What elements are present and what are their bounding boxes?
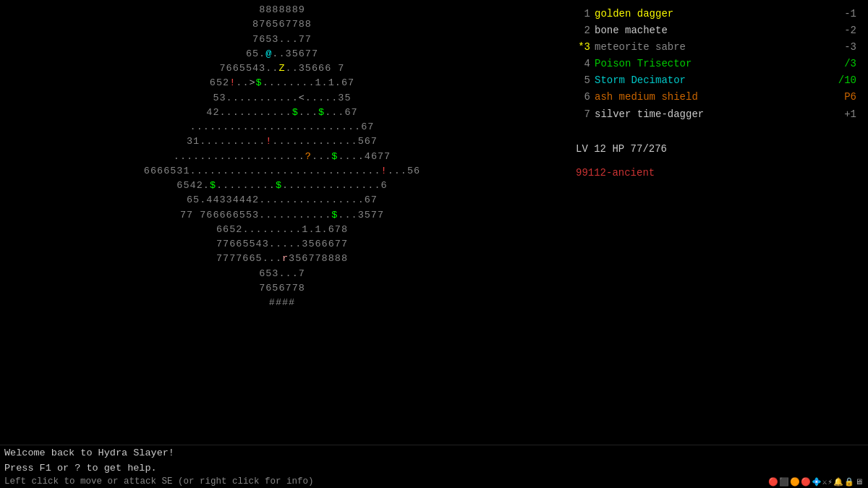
hash-char: # [269, 297, 276, 308]
map-line: 7653...77 [252, 33, 312, 47]
status-line1: Welcome back to Hydra Slayer! [4, 446, 864, 461]
r-char: r [282, 253, 289, 264]
status-line3[interactable]: Left click to move or attack SE (or righ… [4, 476, 314, 487]
map-line: 7665543..Z..35666 7 [220, 61, 345, 76]
inv-item-name: Storm Decimator [595, 72, 825, 89]
stair-down-char: > [249, 77, 255, 88]
map-line: 6542.$.........$...............6 [176, 179, 387, 193]
status-bar: Welcome back to Hydra Slayer! Press F1 o… [0, 445, 868, 488]
dollar-char: $ [276, 180, 282, 191]
inv-item-num: 4 [576, 56, 590, 72]
inv-item-name: bone machete [595, 22, 825, 39]
inv-item-num: *3 [576, 39, 590, 56]
inventory-item[interactable]: 5Storm Decimator/10 [576, 72, 856, 89]
hash-char: # [289, 297, 295, 308]
exclaim-char: ! [265, 136, 272, 147]
hash-char: # [282, 297, 289, 308]
inv-item-num: 7 [576, 106, 590, 123]
map-line: 42...........$...$...67 [206, 106, 357, 120]
inventory-item[interactable]: 1golden dagger-1 [576, 6, 856, 22]
taskbar-icons: 🔴⬛🟠🔴💠⚔️⚡🔔🔒🖥 [768, 477, 864, 487]
dollar-char: $ [318, 107, 325, 118]
inventory-item[interactable]: 4Poison Trisector/3 [576, 56, 856, 72]
map-line: 53...........<.....35 [213, 91, 351, 106]
dollar-char: $ [292, 107, 299, 118]
map-line: 77 766666553...........$...3577 [180, 208, 384, 223]
game-map[interactable]: 88888898765677887653...7765.@..356777665… [0, 0, 564, 463]
map-line: 876567788 [252, 17, 312, 32]
inv-item-name: ash medium shield [595, 89, 825, 106]
exclaim-char: ! [229, 77, 236, 88]
map-line: ..........................67 [190, 120, 375, 134]
inv-item-val: +1 [830, 106, 856, 123]
exclaim-char: ! [381, 166, 388, 176]
question-char: ? [305, 151, 312, 162]
zombie-char: Z [278, 63, 285, 74]
inventory-item[interactable]: 7silver time-dagger+1 [576, 106, 856, 123]
map-line: 31..........!.............567 [187, 134, 378, 149]
inventory-list: 1golden dagger-12bone machete-2*3meteori… [576, 6, 856, 123]
inv-item-name: golden dagger [595, 6, 825, 22]
map-line: 77665543.....3566677 [216, 237, 348, 252]
dollar-char: $ [331, 151, 338, 162]
map-line: 65.@..35677 [246, 47, 318, 61]
inv-item-val: P6 [830, 89, 856, 106]
hash-char: # [276, 297, 282, 308]
inv-item-name: Poison Trisector [595, 56, 825, 72]
inv-item-num: 6 [576, 89, 590, 106]
map-line: 652!..>$........1.1.67 [210, 76, 354, 90]
inv-item-val: -3 [830, 39, 856, 56]
map-line: 7656778 [259, 281, 305, 296]
inv-item-val: -1 [830, 6, 856, 22]
dollar-char: $ [210, 180, 216, 191]
stair-up-char: < [299, 93, 305, 103]
map-line: 65.44334442................67 [187, 193, 378, 207]
map-line: 6666531.............................!...… [144, 164, 420, 179]
inv-item-num: 1 [576, 6, 590, 22]
map-line: 7777665...r356778888 [216, 252, 348, 266]
inventory-item[interactable]: 6ash medium shieldP6 [576, 89, 856, 106]
ancient-id: 99112-ancient [576, 167, 856, 179]
inventory-item[interactable]: 2bone machete-2 [576, 22, 856, 39]
inv-item-name: silver time-dagger [595, 106, 825, 123]
inv-item-val: /3 [830, 56, 856, 72]
inventory-item[interactable]: *3meteorite sabre-3 [576, 39, 856, 56]
dollar-char: $ [331, 210, 338, 221]
inv-item-val: -2 [830, 22, 856, 39]
player-char: @ [265, 48, 272, 59]
inv-item-name: meteorite sabre [595, 39, 825, 56]
stats-display: LV 12 HP 77/276 [576, 140, 856, 158]
map-line: ....................?...$....4677 [174, 150, 391, 164]
sidebar: 1golden dagger-12bone machete-2*3meteori… [564, 0, 868, 463]
inv-item-num: 5 [576, 72, 590, 89]
inv-item-val: /10 [830, 72, 856, 89]
map-line: 8888889 [259, 3, 305, 17]
dollar-char: $ [256, 77, 263, 88]
map-line: 653...7 [259, 267, 305, 281]
inv-item-num: 2 [576, 22, 590, 39]
map-line: #### [269, 296, 295, 310]
map-line: 6652.........1.1.678 [216, 223, 348, 237]
status-line2: Press F1 or ? to get help. [4, 461, 864, 476]
